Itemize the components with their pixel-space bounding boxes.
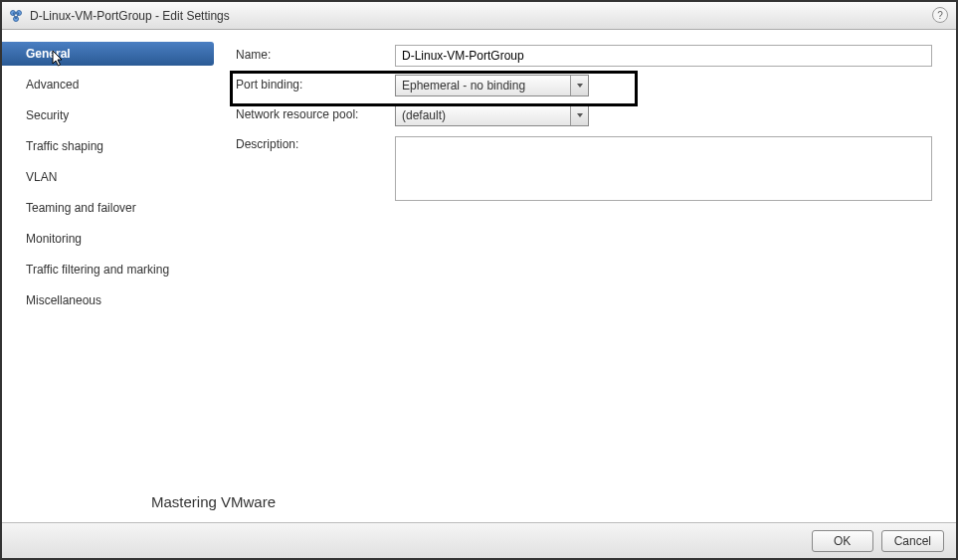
sidebar-item-general[interactable]: General <box>2 42 214 66</box>
sidebar-item-traffic-filtering[interactable]: Traffic filtering and marking <box>2 258 216 281</box>
sidebar-item-label: Monitoring <box>26 232 82 246</box>
row-port-binding: Port binding: Ephemeral - no binding <box>236 75 936 96</box>
sidebar-item-label: Miscellaneous <box>26 293 101 307</box>
port-binding-select[interactable]: Ephemeral - no binding <box>395 75 589 96</box>
content-pane: Name: Port binding: Ephemeral - no bindi… <box>216 30 956 522</box>
sidebar: General Advanced Security Traffic shapin… <box>2 30 216 522</box>
row-description: Description: <box>236 134 936 201</box>
sidebar-item-label: Traffic filtering and marking <box>26 263 169 277</box>
sidebar-item-traffic-shaping[interactable]: Traffic shaping <box>2 134 216 158</box>
sidebar-item-label: Teaming and failover <box>26 201 136 215</box>
sidebar-item-label: VLAN <box>26 170 57 184</box>
sidebar-item-security[interactable]: Security <box>2 103 216 127</box>
chevron-down-icon <box>570 105 588 125</box>
row-name: Name: <box>236 45 936 67</box>
dialog-title: D-Linux-VM-PortGroup - Edit Settings <box>30 9 230 23</box>
port-binding-value: Ephemeral - no binding <box>396 79 570 93</box>
title-bar: D-Linux-VM-PortGroup - Edit Settings ? <box>2 2 956 30</box>
network-pool-select[interactable]: (default) <box>395 104 589 126</box>
description-label: Description: <box>236 134 395 151</box>
sidebar-item-label: Security <box>26 108 69 122</box>
sidebar-item-teaming[interactable]: Teaming and failover <box>2 196 216 220</box>
network-pool-value: (default) <box>396 108 570 122</box>
dialog-body: General Advanced Security Traffic shapin… <box>2 30 956 522</box>
dialog-footer: OK Cancel <box>2 522 956 558</box>
portgroup-icon <box>8 8 24 24</box>
chevron-down-icon <box>570 76 588 95</box>
sidebar-item-label: Advanced <box>26 78 79 92</box>
watermark: Mastering VMware <box>151 493 276 510</box>
sidebar-item-miscellaneous[interactable]: Miscellaneous <box>2 288 216 312</box>
help-icon[interactable]: ? <box>932 7 948 23</box>
cancel-button[interactable]: Cancel <box>881 530 944 552</box>
network-pool-label: Network resource pool: <box>236 104 395 121</box>
sidebar-item-monitoring[interactable]: Monitoring <box>2 227 216 251</box>
sidebar-item-vlan[interactable]: VLAN <box>2 165 216 189</box>
row-network-resource-pool: Network resource pool: (default) <box>236 104 936 126</box>
sidebar-item-label: General <box>26 47 71 61</box>
sidebar-item-advanced[interactable]: Advanced <box>2 73 216 96</box>
name-input[interactable] <box>395 45 932 67</box>
ok-button[interactable]: OK <box>812 530 873 552</box>
description-textarea[interactable] <box>395 136 932 201</box>
name-label: Name: <box>236 45 395 62</box>
sidebar-item-label: Traffic shaping <box>26 139 103 153</box>
port-binding-label: Port binding: <box>236 75 395 92</box>
